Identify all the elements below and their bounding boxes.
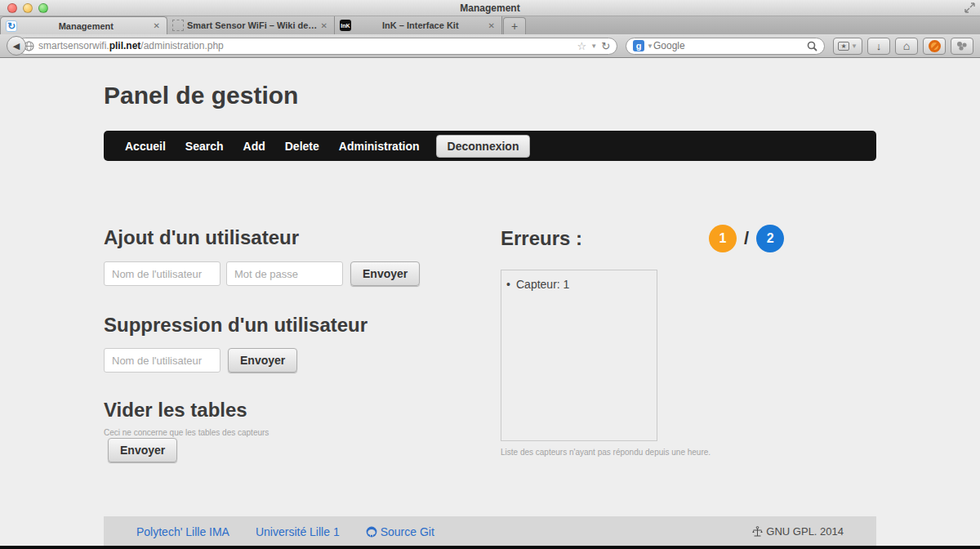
tab-title: InK – Interface Kit	[354, 20, 487, 30]
download-arrow-icon: ↓	[876, 40, 882, 52]
search-bar[interactable]: g ▼	[626, 38, 825, 55]
footer-link-universite[interactable]: Université Lille 1	[256, 525, 340, 538]
truncate-submit-button[interactable]: Envoyer	[108, 438, 177, 462]
url-prefix: smartsensorwifi.	[38, 40, 109, 51]
bookmark-star-icon[interactable]: ☆	[577, 40, 587, 52]
search-input[interactable]	[653, 40, 807, 51]
truncate-note: Ceci ne concerne que les tables des capt…	[104, 428, 269, 437]
nav-item-accueil[interactable]: Accueil	[115, 140, 176, 153]
truncate-title: Vider les tables	[104, 399, 247, 422]
add-username-field[interactable]	[104, 261, 220, 286]
logout-button[interactable]: Deconnexion	[436, 135, 531, 158]
errors-title: Erreurs :	[501, 227, 582, 250]
navigation-toolbar: ◀ smartsensorwifi.plil.net/administratio…	[0, 34, 980, 58]
url-bar[interactable]: smartsensorwifi.plil.net/administration.…	[16, 38, 617, 55]
close-window-button[interactable]	[7, 3, 17, 13]
nav-item-administration[interactable]: Administration	[329, 140, 430, 153]
google-engine-icon: g	[633, 40, 644, 51]
tab-wiki[interactable]: Smart Sensor WiFi – Wiki de Pro... ✕	[167, 16, 335, 34]
nav-item-add[interactable]: Add	[234, 140, 275, 153]
error-counters: 1 / 2	[709, 225, 784, 252]
bookmarks-panel-button[interactable]: ★ ▼	[833, 38, 862, 55]
titlebar: Management	[0, 0, 980, 16]
tab-title: Management	[20, 21, 152, 31]
magnifier-icon[interactable]	[807, 41, 817, 51]
chevron-down-icon: ▼	[851, 42, 858, 50]
github-icon	[366, 526, 377, 538]
adblock-button[interactable]	[923, 38, 946, 55]
gpl-scale-icon	[752, 526, 763, 538]
new-tab-button[interactable]: +	[503, 17, 526, 34]
delete-user-submit-button[interactable]: Envoyer	[228, 348, 297, 373]
error-count-badge: 1	[709, 225, 737, 252]
fullscreen-icon[interactable]	[964, 2, 975, 13]
chevron-down-icon[interactable]: ▼	[590, 42, 597, 50]
nav-item-delete[interactable]: Delete	[275, 140, 329, 153]
footer-link-polytech[interactable]: Polytech' Lille IMA	[136, 525, 229, 538]
tab-management[interactable]: ↻ Management ✕	[0, 16, 167, 34]
errors-caption: Liste des capteurs n'ayant pas répondu d…	[501, 448, 710, 457]
total-count-badge: 2	[756, 225, 784, 252]
url-path: /administration.php	[140, 40, 223, 51]
tab-strip: ↻ Management ✕ Smart Sensor WiFi – Wiki …	[0, 16, 980, 34]
minimize-window-button[interactable]	[23, 3, 33, 13]
tab-close-icon[interactable]: ✕	[487, 21, 497, 30]
tab-close-icon[interactable]: ✕	[319, 21, 329, 30]
footer-link-source-git[interactable]: Source Git	[366, 525, 434, 538]
downloads-button[interactable]: ↓	[867, 38, 890, 55]
add-user-submit-button[interactable]: Envoyer	[350, 261, 420, 286]
add-password-field[interactable]	[226, 261, 343, 286]
url-domain: plil.net	[109, 40, 141, 51]
block-icon	[929, 40, 941, 52]
main-navigation: Accueil Search Add Delete Administration…	[104, 131, 876, 161]
add-user-form: Envoyer	[104, 261, 420, 286]
tab-close-icon[interactable]: ✕	[152, 21, 162, 30]
missing-favicon-icon	[172, 20, 184, 31]
traffic-lights	[7, 3, 48, 13]
share-icon	[956, 41, 968, 51]
bookmarks-icon: ★	[838, 42, 849, 51]
home-button[interactable]: ⌂	[895, 38, 918, 55]
back-button[interactable]: ◀	[7, 36, 26, 56]
search-engine-dropdown-icon[interactable]: ▼	[647, 42, 653, 50]
window-bottom-edge	[0, 546, 980, 549]
add-user-title: Ajout d'un utilisateur	[104, 226, 299, 249]
ink-favicon-icon: InK	[340, 20, 351, 31]
browser-window: Management ↻ Management ✕ Smart Sensor W…	[0, 0, 980, 549]
reload-icon[interactable]: ↻	[601, 40, 610, 52]
share-addon-button[interactable]	[951, 38, 973, 55]
tab-title: Smart Sensor WiFi – Wiki de Pro...	[187, 20, 319, 30]
page-content: Panel de gestion Accueil Search Add Dele…	[0, 59, 980, 546]
delete-user-form: Envoyer	[104, 348, 297, 373]
page-footer: Polytech' Lille IMA Université Lille 1 S…	[104, 516, 876, 547]
license-text: GNU GPL. 2014	[752, 525, 844, 538]
error-list-box: Capteur: 1	[501, 270, 657, 441]
zoom-window-button[interactable]	[38, 3, 48, 13]
tab-ink[interactable]: InK InK – Interface Kit ✕	[335, 16, 502, 34]
window-title: Management	[0, 2, 980, 14]
home-icon: ⌂	[903, 39, 910, 52]
page-title: Panel de gestion	[104, 82, 298, 109]
nav-item-search[interactable]: Search	[176, 140, 234, 153]
badge-separator: /	[744, 228, 749, 249]
delete-username-field[interactable]	[104, 348, 220, 373]
toolbar-buttons: ★ ▼ ↓ ⌂	[833, 38, 973, 55]
delete-user-title: Suppression d'un utilisateur	[104, 314, 368, 337]
error-list-item: Capteur: 1	[505, 278, 653, 291]
firefox-sync-favicon-icon: ↻	[6, 20, 17, 32]
